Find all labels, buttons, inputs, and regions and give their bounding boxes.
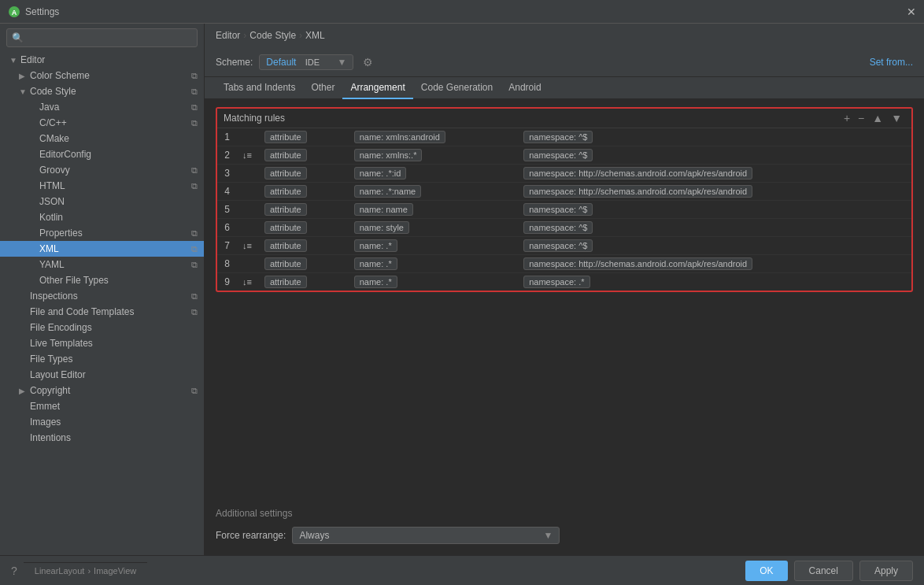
arrow-icon: ▼ <box>9 56 17 65</box>
table-row[interactable]: 7 ↓≡ attribute name: .* namespace: ^$ <box>217 237 911 255</box>
sidebar-item-html[interactable]: HTML⧉ <box>0 178 204 194</box>
rules-table: 1 attribute name: xmlns:android namespac… <box>217 128 911 291</box>
sort-icon <box>236 183 258 201</box>
set-from-link[interactable]: Set from... <box>870 57 913 68</box>
breadcrumb-editor[interactable]: Editor <box>216 30 240 41</box>
tab-other[interactable]: Other <box>303 77 342 99</box>
copy-icon: ⧉ <box>191 102 198 113</box>
sidebar-item-cpp[interactable]: C/C++⧉ <box>0 115 204 131</box>
bottom-breadcrumb-imageview[interactable]: ImageView <box>94 566 136 576</box>
tab-android[interactable]: Android <box>501 77 549 99</box>
titlebar-left: A Settings <box>8 6 59 18</box>
sidebar-item-label: File and Code Templates <box>30 306 188 317</box>
sidebar-item-label: JSON <box>39 196 198 207</box>
close-button[interactable]: ✕ <box>907 6 916 18</box>
tab-arrangement[interactable]: Arrangement <box>342 77 412 99</box>
remove-rule-button[interactable]: − <box>855 112 867 124</box>
sidebar-item-groovy[interactable]: Groovy⧉ <box>0 162 204 178</box>
panel: Matching rules + − ▲ ▼ 1 attribute name:… <box>205 99 924 497</box>
sidebar-item-json[interactable]: JSON <box>0 194 204 209</box>
row-num: 2 <box>217 146 236 165</box>
rule-type: attribute <box>258 146 348 165</box>
sidebar-item-editor[interactable]: ▼Editor <box>0 52 204 68</box>
table-row[interactable]: 3 attribute name: .*:id namespace: http:… <box>217 165 911 183</box>
table-row[interactable]: 2 ↓≡ attribute name: xmlns:.* namespace:… <box>217 146 911 165</box>
sort-icon <box>236 219 258 237</box>
table-row[interactable]: 8 attribute name: .* namespace: http://s… <box>217 255 911 273</box>
arrow-icon: ▶ <box>19 387 27 395</box>
sidebar-item-file-and-code-templates[interactable]: File and Code Templates⧉ <box>0 304 204 320</box>
tab-tabs-indents[interactable]: Tabs and Indents <box>216 77 303 99</box>
search-input[interactable] <box>27 33 192 43</box>
scheme-default-text: Default <box>266 57 296 68</box>
tab-code-generation[interactable]: Code Generation <box>413 77 501 99</box>
scheme-ide-text: IDE <box>305 57 320 67</box>
sidebar-item-label: Kotlin <box>39 212 198 223</box>
help-icon[interactable]: ? <box>11 565 17 577</box>
arrow-icon: ▶ <box>19 72 27 80</box>
sidebar-item-label: Live Templates <box>30 338 198 349</box>
rule-namespace: namespace: ^$ <box>517 201 911 219</box>
sidebar-item-java[interactable]: Java⧉ <box>0 99 204 115</box>
sidebar-item-code-style[interactable]: ▼Code Style⧉ <box>0 83 204 99</box>
sidebar-item-other-file-types[interactable]: Other File Types <box>0 272 204 288</box>
row-num: 3 <box>217 165 236 183</box>
sidebar-item-file-encodings[interactable]: File Encodings <box>0 320 204 335</box>
ok-button[interactable]: OK <box>745 561 787 581</box>
copy-icon: ⧉ <box>191 307 198 317</box>
copy-icon: ⧉ <box>191 386 198 396</box>
search-icon: 🔍 <box>12 32 24 43</box>
sidebar-item-label: YAML <box>39 259 188 270</box>
sidebar-item-copyright[interactable]: ▶Copyright⧉ <box>0 383 204 398</box>
search-box[interactable]: 🔍 <box>6 28 198 47</box>
move-down-button[interactable]: ▼ <box>888 112 905 124</box>
sidebar-item-layout-editor[interactable]: Layout Editor <box>0 367 204 383</box>
sidebar-item-images[interactable]: Images <box>0 414 204 430</box>
table-row[interactable]: 6 attribute name: style namespace: ^$ <box>217 219 911 237</box>
rule-name: name: name <box>348 201 518 219</box>
sidebar-item-color-scheme[interactable]: ▶Color Scheme⧉ <box>0 68 204 83</box>
sidebar-item-kotlin[interactable]: Kotlin <box>0 209 204 225</box>
scheme-dropdown[interactable]: Default IDE ▼ <box>259 54 353 70</box>
sidebar-item-label: EditorConfig <box>39 149 198 160</box>
table-row[interactable]: 9 ↓≡ attribute name: .* namespace: .* <box>217 273 911 291</box>
sidebar-item-label: Copyright <box>30 385 188 396</box>
table-row[interactable]: 1 attribute name: xmlns:android namespac… <box>217 128 911 146</box>
row-num: 8 <box>217 255 236 273</box>
matching-rules-container: Matching rules + − ▲ ▼ 1 attribute name:… <box>216 107 913 292</box>
sidebar-item-label: Images <box>30 417 198 428</box>
move-up-button[interactable]: ▲ <box>869 112 886 124</box>
cancel-button[interactable]: Cancel <box>794 561 853 581</box>
copy-icon: ⧉ <box>191 118 198 128</box>
sidebar-item-yaml[interactable]: YAML⧉ <box>0 257 204 272</box>
sidebar-item-label: Editor <box>20 54 198 65</box>
sort-icon <box>236 201 258 219</box>
rule-type: attribute <box>258 273 348 291</box>
row-num: 4 <box>217 183 236 201</box>
sidebar-item-label: File Encodings <box>30 322 198 333</box>
sidebar-item-live-templates[interactable]: Live Templates <box>0 335 204 351</box>
bottom-breadcrumb-linearlayout[interactable]: LinearLayout <box>35 566 85 576</box>
force-rearrange-dropdown[interactable]: Always ▼ <box>292 527 560 544</box>
sidebar-item-xml[interactable]: XML⧉ <box>0 241 204 257</box>
sidebar-item-file-types[interactable]: File Types <box>0 351 204 367</box>
breadcrumb-codestyle[interactable]: Code Style <box>249 30 296 41</box>
sidebar-item-cmake[interactable]: CMake <box>0 131 204 146</box>
add-rule-button[interactable]: + <box>841 112 853 124</box>
bottom-breadcrumb: LinearLayout › ImageView <box>24 562 148 579</box>
window-title: Settings <box>25 6 59 17</box>
table-row[interactable]: 5 attribute name: name namespace: ^$ <box>217 201 911 219</box>
sidebar-item-inspections[interactable]: Inspections⧉ <box>0 288 204 304</box>
breadcrumb-xml[interactable]: XML <box>305 30 325 41</box>
rule-name: name: .* <box>348 255 518 273</box>
sidebar-item-emmet[interactable]: Emmet <box>0 398 204 414</box>
sidebar-item-intentions[interactable]: Intentions <box>0 430 204 446</box>
rule-type: attribute <box>258 128 348 146</box>
copy-icon: ⧉ <box>191 181 198 191</box>
sidebar-item-properties[interactable]: Properties⧉ <box>0 225 204 241</box>
table-row[interactable]: 4 attribute name: .*:name namespace: htt… <box>217 183 911 201</box>
sidebar-item-editorconfig[interactable]: EditorConfig <box>0 146 204 162</box>
gear-icon[interactable]: ⚙ <box>363 56 373 68</box>
additional-settings: Additional settings Force rearrange: Alw… <box>205 497 924 555</box>
apply-button[interactable]: Apply <box>859 561 913 581</box>
